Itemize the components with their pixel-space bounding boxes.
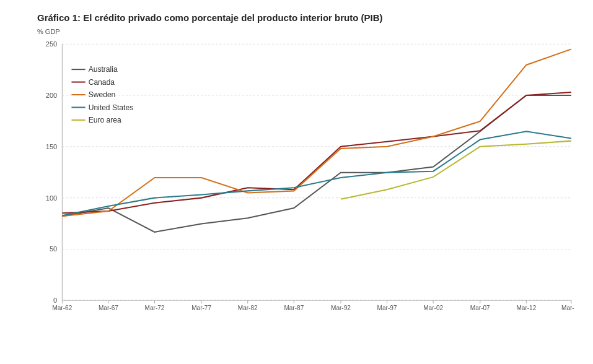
chart-area: 0 50 100 150 200 250 Mar-62 Mar-67 Mar-7… <box>37 38 574 323</box>
svg-text:Mar-07: Mar-07 <box>470 304 490 311</box>
svg-text:Mar-72: Mar-72 <box>145 304 165 311</box>
svg-text:Mar-62: Mar-62 <box>52 304 72 311</box>
svg-text:200: 200 <box>46 92 57 99</box>
svg-text:250: 250 <box>46 40 57 48</box>
canada-line <box>62 92 571 213</box>
svg-text:100: 100 <box>46 194 57 202</box>
united-states-line <box>62 131 571 215</box>
svg-text:0: 0 <box>53 297 57 304</box>
main-chart-svg: 0 50 100 150 200 250 Mar-62 Mar-67 Mar-7… <box>37 38 574 323</box>
svg-text:Mar-87: Mar-87 <box>284 304 304 311</box>
euro-area-legend-label: Euro area <box>89 116 121 124</box>
svg-text:Mar-12: Mar-12 <box>516 304 536 311</box>
canada-legend-label: Canada <box>89 78 115 87</box>
y-axis-label: % GDP <box>37 28 574 35</box>
sweden-legend-label: Sweden <box>89 90 116 99</box>
svg-text:50: 50 <box>50 245 57 253</box>
svg-text:Mar-77: Mar-77 <box>191 304 211 311</box>
svg-text:Mar-02: Mar-02 <box>423 304 443 311</box>
svg-text:Mar-67: Mar-67 <box>99 304 118 311</box>
svg-text:Mar-82: Mar-82 <box>238 304 258 311</box>
svg-text:Mar-92: Mar-92 <box>331 304 351 311</box>
chart-title: Gráfico 1: El crédito privado como porce… <box>37 12 574 23</box>
united-states-legend-label: United States <box>89 103 134 111</box>
svg-text:Mar-17: Mar-17 <box>561 304 574 311</box>
australia-line <box>62 95 571 232</box>
svg-text:150: 150 <box>46 143 57 150</box>
chart-container: Gráfico 1: El crédito privado como porce… <box>0 0 593 364</box>
svg-text:Mar-97: Mar-97 <box>377 304 397 311</box>
australia-legend-label: Australia <box>89 65 118 74</box>
